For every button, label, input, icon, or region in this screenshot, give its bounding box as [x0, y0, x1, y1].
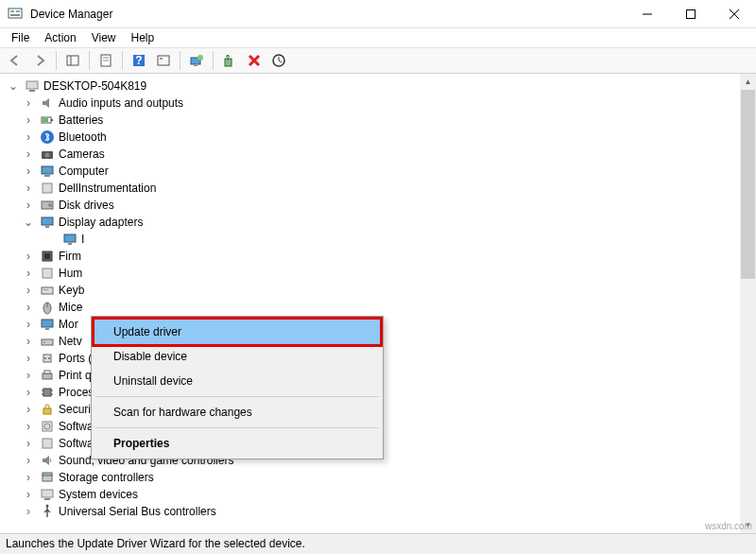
- collapse-icon[interactable]: ⌄: [8, 80, 19, 92]
- tree-category-usb[interactable]: ›Universal Serial Bus controllers: [0, 503, 756, 520]
- svg-rect-41: [43, 268, 52, 278]
- expand-icon[interactable]: ›: [23, 114, 34, 126]
- tree-category-audio[interactable]: ›Audio inputs and outputs: [0, 95, 756, 112]
- tree-category-bluetooth[interactable]: ›Bluetooth: [0, 129, 756, 146]
- vertical-scrollbar[interactable]: ▲ ▼: [740, 74, 756, 533]
- expand-icon[interactable]: ›: [23, 472, 34, 483]
- expand-icon[interactable]: ›: [23, 251, 34, 262]
- expand-icon[interactable]: ›: [23, 148, 34, 160]
- update-driver-button[interactable]: [185, 49, 208, 72]
- tree-root[interactable]: ⌄ DESKTOP-504K819: [0, 78, 756, 95]
- security-icon: [40, 402, 55, 417]
- window-title: Device Manager: [30, 8, 626, 21]
- expand-icon[interactable]: ›: [23, 97, 34, 109]
- svg-rect-40: [44, 253, 50, 259]
- menu-help[interactable]: Help: [124, 29, 163, 46]
- svg-rect-23: [29, 90, 35, 92]
- device-tree[interactable]: ⌄ DESKTOP-504K819 ›Audio inputs and outp…: [0, 74, 756, 533]
- expand-icon[interactable]: ›: [23, 506, 34, 517]
- svg-rect-1: [10, 10, 14, 12]
- expand-icon[interactable]: ›: [23, 302, 34, 313]
- svg-rect-37: [64, 234, 76, 242]
- enable-device-button[interactable]: [218, 49, 241, 72]
- tree-device-display-child[interactable]: I: [0, 231, 756, 248]
- expand-icon[interactable]: ›: [23, 370, 34, 381]
- expand-icon[interactable]: ›: [23, 165, 34, 177]
- tree-category-display-adapters[interactable]: ⌄Display adapters: [0, 214, 756, 231]
- scroll-up-button[interactable]: ▲: [740, 74, 756, 90]
- expand-icon[interactable]: ›: [23, 285, 34, 296]
- maximize-button[interactable]: [669, 0, 713, 28]
- svg-rect-0: [9, 9, 22, 18]
- category-label: Computer: [59, 164, 109, 178]
- menu-file[interactable]: File: [4, 29, 37, 46]
- action-button[interactable]: [152, 49, 175, 72]
- separator: [95, 427, 379, 428]
- tree-category-firmware[interactable]: ›Firm: [0, 248, 756, 265]
- category-label: Mor: [59, 318, 78, 331]
- svg-rect-3: [10, 14, 20, 16]
- expand-icon[interactable]: ›: [23, 387, 34, 398]
- svg-text:?: ?: [135, 54, 142, 67]
- tree-category-computer[interactable]: ›Computer: [0, 163, 756, 180]
- ctx-uninstall-device[interactable]: Uninstall device: [94, 369, 380, 393]
- expand-icon[interactable]: ›: [23, 489, 34, 500]
- expand-icon[interactable]: ›: [23, 182, 34, 194]
- svg-rect-25: [51, 119, 53, 121]
- expand-icon[interactable]: ›: [23, 319, 34, 330]
- app-icon: [8, 7, 23, 22]
- category-label: Keyb: [59, 284, 84, 297]
- ctx-scan-hardware[interactable]: Scan for hardware changes: [94, 400, 380, 424]
- category-label: Firm: [59, 250, 81, 263]
- expand-icon[interactable]: ›: [23, 131, 34, 143]
- expand-icon[interactable]: ›: [23, 199, 34, 211]
- back-button[interactable]: [4, 49, 26, 72]
- ctx-disable-device[interactable]: Disable device: [94, 344, 380, 369]
- tree-category-storage[interactable]: ›Storage controllers: [0, 469, 756, 486]
- svg-rect-18: [194, 65, 198, 66]
- uninstall-device-button[interactable]: [243, 49, 266, 72]
- expand-icon[interactable]: ›: [23, 336, 34, 347]
- minimize-button[interactable]: [626, 0, 669, 28]
- computer-icon: [40, 164, 55, 179]
- expand-icon[interactable]: ›: [23, 438, 34, 449]
- expand-icon[interactable]: ›: [23, 268, 34, 279]
- help-button[interactable]: ?: [128, 49, 150, 72]
- scroll-thumb[interactable]: [741, 90, 755, 279]
- collapse-icon[interactable]: ⌄: [23, 216, 34, 228]
- tree-category-hid[interactable]: ›Hum: [0, 265, 756, 282]
- tree-category-batteries[interactable]: ›Batteries: [0, 112, 756, 129]
- ctx-properties[interactable]: Properties: [94, 431, 380, 456]
- svg-rect-57: [43, 389, 51, 396]
- tree-category-keyboards[interactable]: ›Keyb: [0, 282, 756, 299]
- separator: [122, 51, 123, 70]
- category-label: DellInstrumentation: [59, 182, 156, 195]
- separator: [56, 51, 57, 70]
- show-hide-tree-button[interactable]: [61, 49, 84, 72]
- ctx-update-driver[interactable]: Update driver: [92, 317, 383, 347]
- category-label: Cameras: [59, 147, 105, 161]
- tree-category-mice[interactable]: ›Mice: [0, 299, 756, 316]
- properties-button[interactable]: [94, 49, 117, 72]
- tree-category-cameras[interactable]: ›Cameras: [0, 146, 756, 163]
- svg-rect-31: [44, 175, 50, 177]
- expand-icon[interactable]: ›: [23, 455, 34, 466]
- expand-icon[interactable]: ›: [23, 353, 34, 364]
- close-button[interactable]: [713, 0, 756, 28]
- menu-view[interactable]: View: [84, 29, 124, 46]
- separator: [213, 51, 214, 70]
- forward-button[interactable]: [28, 49, 51, 72]
- device-label: I: [81, 233, 84, 246]
- category-label: Netv: [59, 335, 82, 348]
- menu-action[interactable]: Action: [37, 29, 83, 46]
- expand-icon[interactable]: ›: [23, 404, 34, 415]
- scan-hardware-button[interactable]: [267, 49, 290, 72]
- tree-category-disk-drives[interactable]: ›Disk drives: [0, 197, 756, 214]
- category-label: Batteries: [59, 113, 103, 127]
- context-menu: Update driver Disable device Uninstall d…: [91, 316, 384, 459]
- tree-category-system[interactable]: ›System devices: [0, 486, 756, 503]
- svg-point-70: [46, 505, 49, 508]
- expand-icon[interactable]: ›: [23, 421, 34, 432]
- category-label: Disk drives: [59, 199, 114, 212]
- tree-category-dellinstrumentation[interactable]: ›DellInstrumentation: [0, 180, 756, 197]
